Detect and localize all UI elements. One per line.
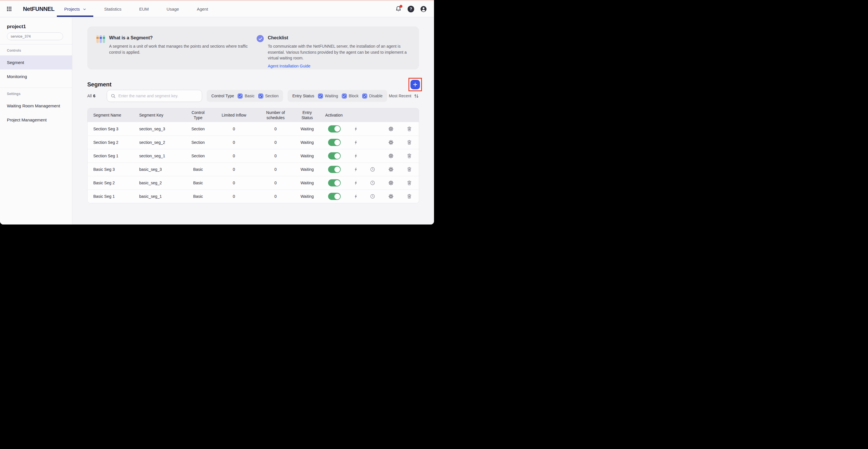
sidebar-item-project-management[interactable]: Project Management [0,113,72,127]
help-icon[interactable]: ? [408,6,414,12]
notifications-bell-icon[interactable] [395,5,402,12]
sidebar-divider [0,88,72,88]
limited-inflow: 0 [214,154,254,158]
quick-control-icon[interactable] [353,140,359,145]
segment-key: section_seg_3 [139,127,182,131]
segment-name: Basic Seg 1 [93,194,139,199]
control-type: Section [182,140,214,145]
agent-installation-guide-link[interactable]: Agent Installation Guide [268,64,311,68]
checkbox-waiting[interactable]: Waiting [318,94,338,98]
schedule-clock-icon[interactable] [370,167,375,172]
settings-gear-icon[interactable] [388,153,394,159]
table-row: Basic Seg 3 basic_seg_3 Basic 0 0 Waitin… [88,162,419,176]
tab-agent[interactable]: Agent [197,1,208,17]
tab-label: Projects [64,7,80,11]
project-name: project1 [7,24,65,30]
delete-trash-icon[interactable] [406,140,412,145]
search-box [107,90,202,102]
entry-status: Waiting [297,194,317,199]
segment-key: basic_seg_1 [139,194,182,199]
service-select[interactable]: service_374 [7,32,63,40]
col-activation: Activation [317,113,419,117]
tab-projects[interactable]: Projects [64,1,86,17]
schedules-count: 0 [254,140,297,145]
schedule-clock-icon[interactable] [370,180,375,186]
service-select-value: service_374 [11,34,31,38]
checkbox-basic[interactable]: Basic [238,94,254,98]
activation-toggle[interactable] [328,166,341,173]
checkbox-icon [342,94,347,98]
all-count-value: 6 [93,94,96,98]
banner-title: Checklist [268,35,409,40]
table-row: Section Seg 2 section_seg_2 Section 0 0 … [88,136,419,149]
delete-trash-icon[interactable] [406,180,412,186]
apps-grid-icon[interactable] [6,6,12,12]
quick-control-icon[interactable] [353,180,359,186]
col-entry-status: Entry Status [297,110,317,120]
app-logo: NetFUNNEL [23,6,55,12]
segment-name: Section Seg 2 [93,140,139,145]
activation-toggle[interactable] [328,193,341,200]
schedule-clock-icon[interactable] [370,193,375,199]
segment-name: Section Seg 1 [93,154,139,158]
search-icon [111,93,116,99]
settings-gear-icon[interactable] [388,180,394,186]
add-segment-button[interactable] [410,80,420,89]
segment-name: Basic Seg 3 [93,167,139,172]
quick-control-icon[interactable] [353,126,359,132]
page-title: Segment [87,81,112,88]
activation-toggle[interactable] [328,125,341,132]
chevron-down-icon [83,7,86,11]
activation-toggle[interactable] [328,152,341,160]
quick-control-icon[interactable] [353,153,359,159]
delete-trash-icon[interactable] [406,126,412,132]
tab-usage[interactable]: Usage [166,1,179,17]
schedules-count: 0 [254,167,297,172]
sidebar-item-waiting-room-management[interactable]: Waiting Room Management [0,99,72,113]
sidebar-item-label: Waiting Room Management [7,103,60,108]
sidebar-item-monitoring[interactable]: Monitoring [0,69,72,84]
limited-inflow: 0 [214,181,254,185]
top-navbar: NetFUNNEL Projects Statistics EUM Usage … [0,1,434,17]
all-count: All6 [87,94,95,98]
help-glyph: ? [410,7,412,11]
nav-right: ? [395,5,427,12]
search-input[interactable] [118,94,198,98]
entry-status: Waiting [297,167,317,172]
settings-gear-icon[interactable] [388,126,394,132]
entry-status: Waiting [297,140,317,145]
banner-body: A segment is a unit of work that manages… [109,43,257,55]
banner-title: What is a Segment? [109,35,257,40]
account-avatar-icon[interactable] [420,5,427,12]
settings-gear-icon[interactable] [388,167,394,172]
quick-control-icon[interactable] [353,167,359,172]
sidebar-section-settings: Settings [7,92,65,96]
tab-statistics[interactable]: Statistics [104,1,121,17]
quick-control-icon[interactable] [353,193,359,199]
activation-cell [317,149,419,162]
activation-toggle[interactable] [328,139,341,146]
col-limited-inflow: Limited Inflow [214,113,254,117]
delete-trash-icon[interactable] [406,167,412,172]
annotation-highlight [408,78,422,91]
page-head: Segment [87,79,419,90]
settings-gear-icon[interactable] [388,193,394,199]
sidebar-item-segment[interactable]: Segment [0,55,72,69]
tab-eum[interactable]: EUM [139,1,149,17]
control-type: Section [182,154,214,158]
entry-status: Waiting [297,127,317,131]
delete-trash-icon[interactable] [406,193,412,199]
sort-control[interactable]: Most Recent [389,93,419,99]
limited-inflow: 0 [214,140,254,145]
table-row: Basic Seg 1 basic_seg_1 Basic 0 0 Waitin… [88,189,419,203]
checkbox-block[interactable]: Block [342,94,359,98]
control-type: Basic [182,181,214,185]
table-row: Section Seg 1 section_seg_1 Section 0 0 … [88,149,419,162]
delete-trash-icon[interactable] [406,153,412,159]
settings-gear-icon[interactable] [388,140,394,145]
checkbox-section[interactable]: Section [258,94,279,98]
activation-toggle[interactable] [328,179,341,187]
tab-label: Statistics [104,7,121,11]
nav-tabs: Projects Statistics EUM Usage Agent [64,1,208,17]
checkbox-disable[interactable]: Disable [362,94,383,98]
